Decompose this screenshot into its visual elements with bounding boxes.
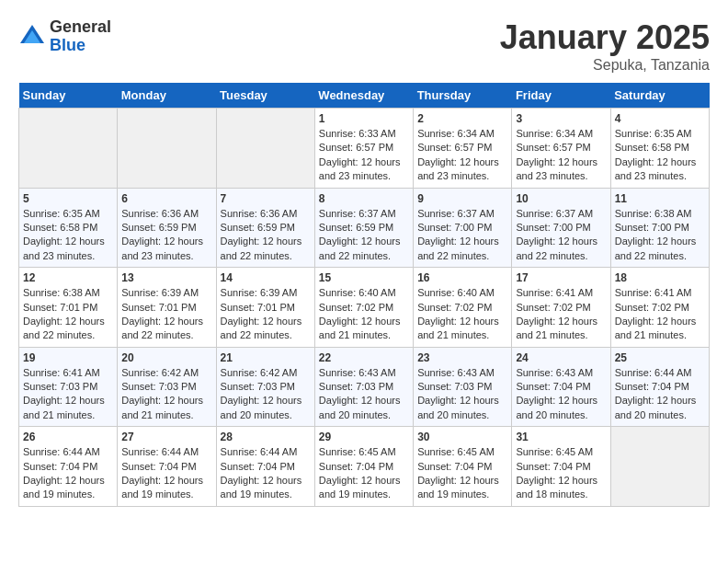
daylight-label: Daylight: 12 hours and 20 minutes.	[221, 395, 302, 419]
day-info: Sunrise: 6:41 AM Sunset: 7:03 PM Dayligh…	[23, 366, 113, 423]
day-info: Sunrise: 6:39 AM Sunset: 7:01 PM Dayligh…	[121, 286, 211, 343]
sunset-label: Sunset: 6:59 PM	[221, 222, 295, 233]
day-info: Sunrise: 6:44 AM Sunset: 7:04 PM Dayligh…	[615, 366, 705, 423]
day-info: Sunrise: 6:34 AM Sunset: 6:57 PM Dayligh…	[516, 127, 606, 184]
daylight-label: Daylight: 12 hours and 22 minutes.	[23, 316, 105, 340]
calendar-week-row: 19 Sunrise: 6:41 AM Sunset: 7:03 PM Dayl…	[19, 347, 710, 427]
sunset-label: Sunset: 6:57 PM	[319, 142, 393, 153]
sunset-label: Sunset: 7:02 PM	[516, 302, 590, 313]
day-number: 16	[417, 271, 507, 284]
sunset-label: Sunset: 7:02 PM	[319, 302, 393, 313]
sunrise-label: Sunrise: 6:38 AM	[23, 287, 100, 298]
sunrise-label: Sunrise: 6:35 AM	[615, 128, 692, 139]
day-info: Sunrise: 6:44 AM Sunset: 7:04 PM Dayligh…	[23, 445, 113, 502]
daylight-label: Daylight: 12 hours and 22 minutes.	[615, 236, 697, 260]
sunset-label: Sunset: 7:04 PM	[221, 461, 295, 472]
weekday-header: Friday	[512, 83, 610, 109]
day-number: 26	[23, 431, 113, 443]
daylight-label: Daylight: 12 hours and 23 minutes.	[121, 236, 203, 260]
day-number: 14	[221, 271, 311, 284]
day-info: Sunrise: 6:37 AM Sunset: 6:59 PM Dayligh…	[319, 207, 409, 264]
sunrise-label: Sunrise: 6:44 AM	[121, 446, 199, 457]
daylight-label: Daylight: 12 hours and 19 minutes.	[417, 475, 499, 500]
day-info: Sunrise: 6:38 AM Sunset: 7:01 PM Dayligh…	[23, 286, 113, 343]
calendar-week-row: 12 Sunrise: 6:38 AM Sunset: 7:01 PM Dayl…	[19, 268, 710, 348]
calendar-cell: 13 Sunrise: 6:39 AM Sunset: 7:01 PM Dayl…	[118, 268, 216, 348]
daylight-label: Daylight: 12 hours and 23 minutes.	[516, 156, 597, 181]
sunset-label: Sunset: 7:01 PM	[23, 302, 97, 313]
daylight-label: Daylight: 12 hours and 21 minutes.	[516, 316, 597, 340]
daylight-label: Daylight: 12 hours and 21 minutes.	[319, 316, 401, 340]
calendar-cell: 17 Sunrise: 6:41 AM Sunset: 7:02 PM Dayl…	[512, 268, 610, 348]
sunset-label: Sunset: 7:00 PM	[516, 222, 590, 233]
calendar-cell: 22 Sunrise: 6:43 AM Sunset: 7:03 PM Dayl…	[314, 347, 413, 427]
day-number: 18	[615, 271, 705, 284]
weekday-header: Thursday	[414, 83, 512, 109]
sunrise-label: Sunrise: 6:44 AM	[615, 367, 692, 378]
day-number: 12	[23, 271, 113, 284]
day-number: 30	[417, 431, 507, 443]
sunset-label: Sunset: 7:01 PM	[221, 302, 295, 313]
calendar-cell: 27 Sunrise: 6:44 AM Sunset: 7:04 PM Dayl…	[118, 427, 216, 507]
sunset-label: Sunset: 7:02 PM	[417, 302, 492, 313]
calendar-cell: 31 Sunrise: 6:45 AM Sunset: 7:04 PM Dayl…	[512, 427, 610, 507]
sunrise-label: Sunrise: 6:36 AM	[221, 208, 298, 219]
calendar-cell: 20 Sunrise: 6:42 AM Sunset: 7:03 PM Dayl…	[118, 347, 216, 427]
day-number: 28	[221, 431, 311, 443]
sunset-label: Sunset: 6:59 PM	[319, 222, 393, 233]
sunset-label: Sunset: 6:58 PM	[23, 222, 97, 233]
day-info: Sunrise: 6:44 AM Sunset: 7:04 PM Dayligh…	[221, 445, 311, 502]
sunset-label: Sunset: 7:03 PM	[417, 381, 492, 392]
daylight-label: Daylight: 12 hours and 23 minutes.	[417, 156, 499, 181]
day-number: 5	[23, 192, 113, 205]
day-info: Sunrise: 6:45 AM Sunset: 7:04 PM Dayligh…	[319, 445, 409, 502]
sunset-label: Sunset: 7:00 PM	[615, 222, 689, 233]
calendar-cell: 15 Sunrise: 6:40 AM Sunset: 7:02 PM Dayl…	[314, 268, 413, 348]
sunrise-label: Sunrise: 6:33 AM	[319, 128, 396, 139]
day-info: Sunrise: 6:45 AM Sunset: 7:04 PM Dayligh…	[516, 445, 606, 502]
day-info: Sunrise: 6:37 AM Sunset: 7:00 PM Dayligh…	[417, 207, 507, 264]
daylight-label: Daylight: 12 hours and 19 minutes.	[319, 475, 401, 500]
page-header: General Blue January 2025 Sepuka, Tanzan…	[18, 18, 710, 74]
sunset-label: Sunset: 7:03 PM	[23, 381, 97, 392]
sunrise-label: Sunrise: 6:34 AM	[516, 128, 593, 139]
sunrise-label: Sunrise: 6:38 AM	[615, 208, 692, 219]
sunrise-label: Sunrise: 6:43 AM	[516, 367, 593, 378]
sunrise-label: Sunrise: 6:41 AM	[516, 287, 593, 298]
sunrise-label: Sunrise: 6:39 AM	[121, 287, 199, 298]
weekday-header: Monday	[118, 83, 216, 109]
daylight-label: Daylight: 12 hours and 18 minutes.	[516, 475, 597, 500]
sunrise-label: Sunrise: 6:41 AM	[615, 287, 692, 298]
day-number: 15	[319, 271, 409, 284]
sunrise-label: Sunrise: 6:44 AM	[23, 446, 100, 457]
day-number: 3	[516, 112, 606, 125]
day-info: Sunrise: 6:43 AM Sunset: 7:04 PM Dayligh…	[516, 366, 606, 423]
day-number: 23	[417, 351, 507, 364]
logo-general: General	[50, 18, 111, 37]
sunset-label: Sunset: 7:04 PM	[417, 461, 492, 472]
day-number: 7	[221, 192, 311, 205]
day-info: Sunrise: 6:36 AM Sunset: 6:59 PM Dayligh…	[121, 207, 211, 264]
calendar-table: SundayMondayTuesdayWednesdayThursdayFrid…	[18, 83, 710, 507]
sunrise-label: Sunrise: 6:45 AM	[319, 446, 396, 457]
daylight-label: Daylight: 12 hours and 20 minutes.	[516, 395, 597, 419]
daylight-label: Daylight: 12 hours and 21 minutes.	[615, 316, 697, 340]
calendar-cell: 10 Sunrise: 6:37 AM Sunset: 7:00 PM Dayl…	[512, 188, 610, 268]
daylight-label: Daylight: 12 hours and 22 minutes.	[221, 236, 302, 260]
sunset-label: Sunset: 7:04 PM	[319, 461, 393, 472]
sunset-label: Sunset: 7:04 PM	[121, 461, 196, 472]
calendar-cell: 4 Sunrise: 6:35 AM Sunset: 6:58 PM Dayli…	[610, 109, 709, 189]
daylight-label: Daylight: 12 hours and 22 minutes.	[221, 316, 302, 340]
daylight-label: Daylight: 12 hours and 21 minutes.	[121, 395, 203, 419]
day-info: Sunrise: 6:35 AM Sunset: 6:58 PM Dayligh…	[23, 207, 113, 264]
day-number: 17	[516, 271, 606, 284]
sunset-label: Sunset: 6:57 PM	[516, 142, 590, 153]
sunset-label: Sunset: 7:04 PM	[23, 461, 97, 472]
daylight-label: Daylight: 12 hours and 19 minutes.	[221, 475, 302, 500]
day-info: Sunrise: 6:42 AM Sunset: 7:03 PM Dayligh…	[121, 366, 211, 423]
sunrise-label: Sunrise: 6:43 AM	[319, 367, 396, 378]
sunrise-label: Sunrise: 6:35 AM	[23, 208, 100, 219]
sunrise-label: Sunrise: 6:45 AM	[417, 446, 495, 457]
day-info: Sunrise: 6:33 AM Sunset: 6:57 PM Dayligh…	[319, 127, 409, 184]
calendar-week-row: 1 Sunrise: 6:33 AM Sunset: 6:57 PM Dayli…	[19, 109, 710, 189]
